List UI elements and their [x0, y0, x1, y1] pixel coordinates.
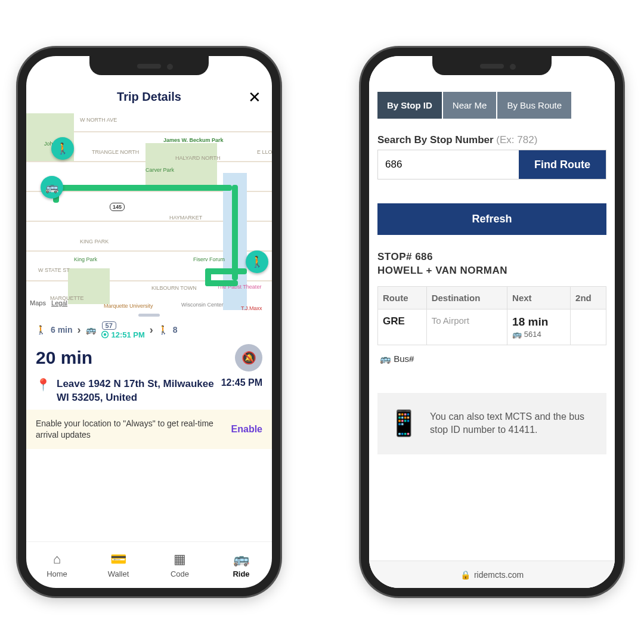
find-route-button[interactable]: Find Route [519, 150, 606, 179]
walk-icon: 🚶 [36, 325, 46, 335]
cell-route: GRE [378, 309, 427, 345]
leave-address: Leave 1942 N 17th St, Milwaukee WI 53205… [57, 377, 215, 405]
search-label: Search By Stop Number (Ex: 782) [369, 119, 615, 150]
map-label: Wisconsin Center [181, 302, 224, 308]
bus-boarding-pin[interactable]: 🚌 [41, 176, 63, 199]
home-icon: ⌂ [53, 552, 61, 567]
walk-icon: 🚶 [158, 325, 168, 335]
cell-destination: To Airport [426, 309, 507, 345]
chevron-right-icon: › [150, 324, 153, 336]
map-label: Fiserv Forum [193, 256, 225, 262]
table-row[interactable]: GRE To Airport 18 min 🚌 5614 [378, 309, 606, 345]
walk-start-pin[interactable]: 🚶 [51, 137, 74, 160]
realtime-icon: ⦿ [101, 330, 109, 339]
trip-first-step[interactable]: 📍 Leave 1942 N 17th St, Milwaukee WI 532… [26, 373, 272, 410]
enable-button[interactable]: Enable [231, 423, 262, 436]
walk2-duration: 8 [173, 325, 178, 335]
map-label: T.J.Maxx [241, 305, 262, 310]
bell-off-icon: 🔕 [242, 351, 256, 365]
table-header-row: Route Destination Next 2nd [378, 286, 606, 309]
qr-code-icon: ▦ [174, 552, 186, 567]
wallet-icon: 💳 [110, 552, 126, 567]
map-label: HALYARD NORTH [175, 155, 221, 161]
stop-heading: STOP# 686 HOWELL + VAN NORMAN [369, 247, 615, 286]
lock-icon: 🔒 [460, 570, 470, 580]
trip-steps-summary: 🚶 6 min › 🚌 57 ⦿ 12:51 PM › 🚶 8 [26, 318, 272, 342]
banner-message: Enable your location to "Always" to get … [36, 418, 222, 441]
map-label: W NORTH AVE [80, 117, 117, 123]
map-label: E LLO [257, 149, 272, 155]
map-label: TRIANGLE NORTH [92, 149, 139, 155]
bus-route-badge: 57 [102, 321, 116, 330]
bus-icon: 🚌 [233, 552, 249, 567]
tab-by-stop-id[interactable]: By Stop ID [377, 92, 443, 119]
total-duration: 20 min [36, 348, 228, 368]
browser-url-bar[interactable]: 🔒 ridemcts.com [369, 561, 615, 588]
bus-icon: 🚌 [380, 354, 391, 364]
current-url: ridemcts.com [474, 570, 524, 580]
arrivals-table: Route Destination Next 2nd GRE To Airpor… [377, 286, 606, 345]
map-attribution: Maps Legal [30, 299, 67, 306]
chevron-right-icon: › [78, 324, 81, 336]
sms-tip-text: You can also text MCTS and the bus stop … [430, 410, 596, 437]
walk1-duration: 6 min [51, 325, 73, 335]
page-title: Trip Details [117, 90, 181, 104]
refresh-button[interactable]: Refresh [377, 203, 606, 235]
trip-details-header: Trip Details ✕ [26, 80, 272, 113]
leave-time: 12:45 PM [221, 377, 262, 388]
tab-code[interactable]: ▦ Code [149, 542, 210, 588]
sheet-drag-handle[interactable] [26, 310, 272, 318]
map-label: King Park [74, 256, 97, 262]
tab-by-bus-route[interactable]: By Bus Route [497, 92, 572, 119]
tab-near-me[interactable]: Near Me [443, 92, 498, 119]
notifications-toggle[interactable]: 🔕 [235, 344, 262, 371]
route-shield: 145 [110, 203, 125, 211]
cell-next: 18 min 🚌 5614 [507, 309, 571, 345]
stop-number-input[interactable] [378, 150, 519, 179]
map-label: James W. Beckum Park [163, 137, 224, 143]
lookup-mode-tabs: By Stop ID Near Me By Bus Route [377, 92, 606, 119]
trip-map[interactable]: W NORTH AVE James W. Beckum Park TRIANGL… [26, 113, 272, 310]
map-label: KILBOURN TOWN [151, 285, 197, 291]
bus-number-legend: 🚌 Bus# [369, 345, 615, 373]
bottom-tab-bar: ⌂ Home 💳 Wallet ▦ Code 🚌 Ride [26, 541, 272, 588]
sms-tip: 📱 You can also text MCTS and the bus sto… [377, 393, 606, 454]
map-label: Carver Park [145, 167, 174, 173]
map-label: HAYMARKET [169, 215, 202, 221]
phone-icon: 📱 [388, 406, 419, 441]
location-permission-banner: Enable your location to "Always" to get … [26, 410, 272, 449]
map-label: Marquette University [104, 303, 153, 309]
bus-depart-time: 12:51 PM [111, 330, 144, 339]
location-pin-icon: 📍 [36, 377, 51, 392]
walk-end-pin[interactable]: 🚶 [246, 250, 268, 273]
cell-second [571, 309, 606, 345]
tab-ride[interactable]: 🚌 Ride [210, 542, 272, 588]
tab-wallet[interactable]: 💳 Wallet [88, 542, 149, 588]
bus-icon: 🚌 [86, 325, 96, 335]
close-icon[interactable]: ✕ [248, 88, 261, 107]
tab-home[interactable]: ⌂ Home [26, 542, 88, 588]
map-label: KING PARK [80, 239, 109, 244]
bus-icon: 🚌 [512, 330, 522, 339]
map-label: W STATE ST [38, 267, 70, 273]
